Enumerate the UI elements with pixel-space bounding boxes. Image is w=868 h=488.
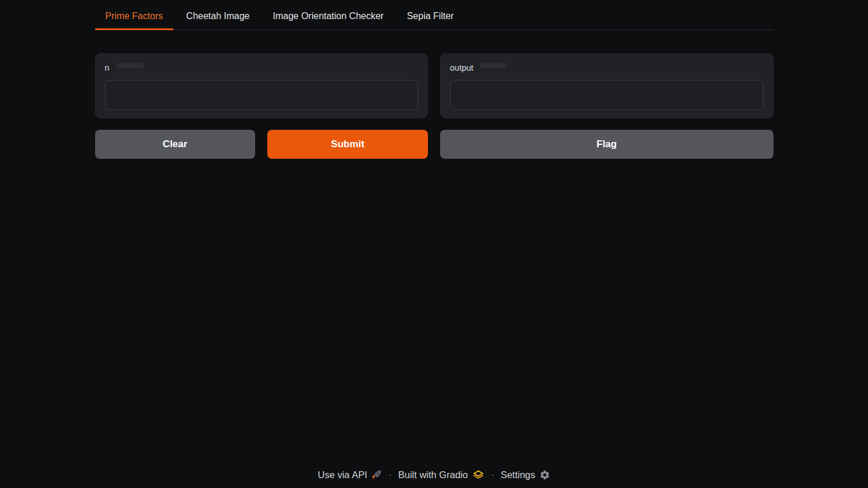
use-via-api-link[interactable]: Use via API	[318, 469, 382, 480]
use-via-api-label: Use via API	[318, 469, 367, 480]
settings-link[interactable]: Settings	[500, 469, 550, 480]
built-with-gradio-label: Built with Gradio	[398, 469, 468, 480]
footer-separator: ·	[490, 469, 496, 480]
gear-icon	[539, 469, 550, 480]
label-ghost	[480, 63, 507, 68]
rocket-icon	[371, 469, 382, 480]
gradio-logo-icon	[472, 469, 485, 480]
label-ghost	[117, 63, 143, 68]
tab-cheetah-image[interactable]: Cheetah Image	[176, 6, 260, 30]
settings-label: Settings	[500, 469, 535, 480]
tab-sepia-filter[interactable]: Sepia Filter	[397, 6, 464, 30]
main-content: n Clear Submit output Flag	[95, 53, 773, 159]
output-label: output	[450, 63, 473, 72]
clear-button[interactable]: Clear	[95, 130, 256, 159]
built-with-gradio-link[interactable]: Built with Gradio	[398, 469, 485, 480]
input-column: n Clear Submit	[95, 53, 428, 159]
output-textbox[interactable]	[450, 80, 764, 110]
output-label-row: output	[450, 63, 764, 72]
input-panel: n	[95, 53, 428, 118]
footer-separator: ·	[387, 469, 393, 480]
tab-prime-factors[interactable]: Prime Factors	[95, 6, 174, 30]
right-button-row: Flag	[440, 130, 773, 159]
output-column: output Flag	[440, 53, 773, 159]
left-button-row: Clear Submit	[95, 130, 428, 159]
tab-bar: Prime Factors Cheetah Image Image Orient…	[95, 6, 773, 30]
submit-button[interactable]: Submit	[267, 130, 428, 159]
n-input[interactable]	[105, 80, 419, 110]
input-label: n	[105, 63, 110, 72]
footer: Use via API · Built with Gradio ·	[95, 469, 773, 488]
input-label-row: n	[105, 63, 419, 72]
gradio-app: Prime Factors Cheetah Image Image Orient…	[86, 0, 783, 488]
tab-image-orientation-checker[interactable]: Image Orientation Checker	[262, 6, 394, 30]
flag-button[interactable]: Flag	[440, 130, 773, 159]
output-panel: output	[440, 53, 773, 118]
